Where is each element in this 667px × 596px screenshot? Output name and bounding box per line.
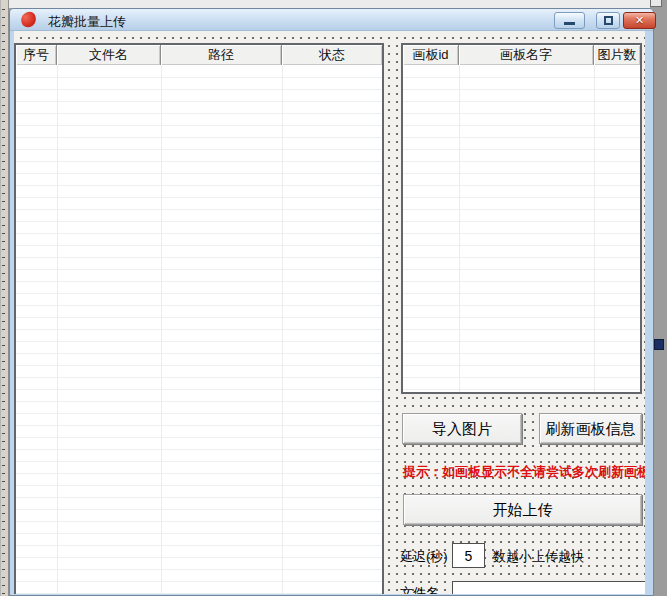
files-table-header: 序号 文件名 路径 状态 <box>16 45 382 65</box>
boards-table-body[interactable] <box>403 66 640 392</box>
minimize-button[interactable] <box>554 12 585 29</box>
form-client-area: 序号 文件名 路径 状态 画板id 画板名字 图片数 导入图片 刷新画板信息 提… <box>14 31 645 594</box>
maximize-button[interactable] <box>596 12 620 29</box>
resize-handle-top-right[interactable] <box>650 0 662 7</box>
close-icon: ✕ <box>635 14 644 27</box>
window-title: 花瓣批量上传 <box>48 13 126 31</box>
column-header-index[interactable]: 序号 <box>16 45 57 65</box>
app-icon <box>19 10 37 28</box>
refresh-boards-button[interactable]: 刷新画板信息 <box>539 413 642 444</box>
delay-label: 延迟(秒) <box>400 548 448 566</box>
filename-label: 文件名 <box>400 584 439 594</box>
column-header-board-name[interactable]: 画板名字 <box>459 45 594 65</box>
designer-background <box>9 0 650 8</box>
resize-handle-right[interactable] <box>654 339 664 350</box>
designer-ruler <box>0 0 9 596</box>
start-upload-button[interactable]: 开始上传 <box>403 494 642 525</box>
boards-table: 画板id 画板名字 图片数 <box>401 43 642 394</box>
import-images-button[interactable]: 导入图片 <box>402 413 522 444</box>
files-table-body[interactable] <box>16 66 382 594</box>
column-header-status[interactable]: 状态 <box>282 45 382 65</box>
boards-table-header: 画板id 画板名字 图片数 <box>403 45 640 65</box>
close-button[interactable]: ✕ <box>623 12 656 29</box>
column-header-board-id[interactable]: 画板id <box>403 45 459 65</box>
refresh-hint-text: 提示：如画板显示不全请尝试多次刷新画板 <box>403 464 645 480</box>
minimize-icon <box>564 22 575 25</box>
maximize-icon <box>604 16 613 25</box>
delay-note-text: 数越小上传越快 <box>493 548 584 566</box>
app-window: 花瓣批量上传 ✕ 序号 文件名 路径 状态 画板id 画板名字 <box>9 8 654 596</box>
filename-input[interactable] <box>452 581 645 594</box>
column-header-image-count[interactable]: 图片数 <box>594 45 640 65</box>
column-header-path[interactable]: 路径 <box>161 45 282 65</box>
delay-input[interactable] <box>452 543 485 568</box>
window-titlebar[interactable]: 花瓣批量上传 ✕ <box>10 9 653 31</box>
column-header-filename[interactable]: 文件名 <box>57 45 161 65</box>
files-table: 序号 文件名 路径 状态 <box>14 43 384 594</box>
